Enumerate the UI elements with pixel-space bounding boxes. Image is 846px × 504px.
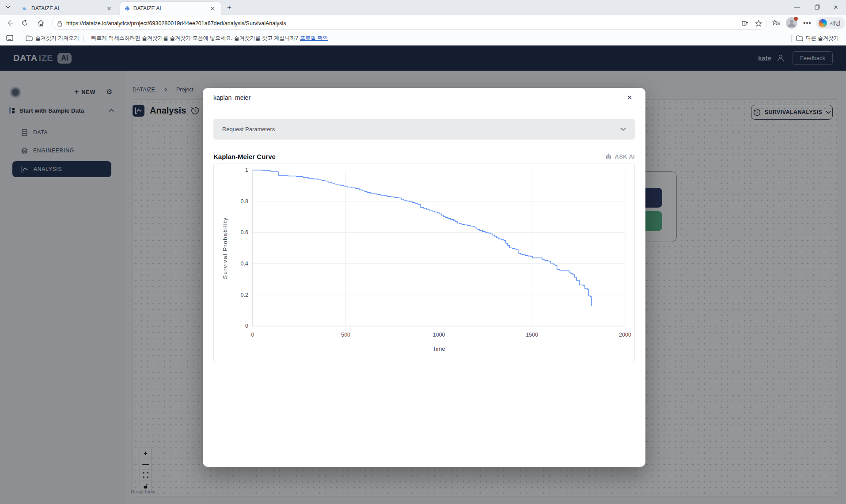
profile-badge <box>794 17 798 21</box>
x-tick-label: 2000 <box>619 332 631 338</box>
survival-curve <box>253 170 592 306</box>
browser-toolbar: https://dataize.io/analytics/project/693… <box>0 15 846 31</box>
browser-profile-avatar[interactable] <box>786 17 797 29</box>
y-tick-label: 0.4 <box>241 261 248 267</box>
favorite-star-icon[interactable] <box>755 20 762 27</box>
folder-add-icon <box>26 35 33 42</box>
ask-ai-button[interactable]: ASK AI <box>605 153 635 160</box>
kaplan-meier-modal: kaplan_meier ✕ Request Parameters Kaplan… <box>203 88 645 467</box>
x-tick-label: 0 <box>251 332 254 338</box>
kaplan-meier-chart-card: 050010001500200000.20.40.60.81TimeSurviv… <box>213 163 635 362</box>
browser-tab-2-active[interactable]: ❋ DATAIZE AI ✕ <box>120 2 221 15</box>
tab-search-button[interactable] <box>4 4 11 11</box>
window-minimize-button[interactable]: — <box>787 0 807 14</box>
home-icon <box>37 19 45 27</box>
star-list-icon <box>772 19 780 27</box>
browser-tab-1[interactable]: DATAIZE AI ✕ <box>17 2 118 15</box>
y-tick-label: 1 <box>245 167 248 173</box>
modal-close-icon[interactable]: ✕ <box>624 92 635 103</box>
address-bar[interactable]: https://dataize.io/analytics/project/693… <box>52 17 767 30</box>
chevron-down-icon <box>4 4 11 11</box>
window-restore-button[interactable] <box>807 0 827 14</box>
url-text: https://dataize.io/analytics/project/693… <box>66 20 742 27</box>
y-tick-label: 0.6 <box>241 229 248 235</box>
tab-title: DATAIZE AI <box>31 5 105 11</box>
ask-ai-label: ASK AI <box>615 153 635 160</box>
tab-title: DATAIZE AI <box>133 5 209 11</box>
chevron-down-icon <box>620 127 626 131</box>
dataize-flower-favicon: ❋ <box>125 5 130 11</box>
restore-icon <box>815 4 820 10</box>
folder-icon <box>796 35 803 42</box>
km-chart-svg: 050010001500200000.20.40.60.81TimeSurviv… <box>214 163 634 362</box>
x-tick-label: 1000 <box>433 332 445 338</box>
back-button[interactable] <box>4 17 16 29</box>
modal-title: kaplan_meier <box>213 94 250 101</box>
divider <box>791 35 792 42</box>
favorites-bar-button[interactable] <box>770 17 782 29</box>
chart-title: Kaplan-Meier Curve <box>213 153 276 160</box>
tab-close-icon[interactable]: ✕ <box>105 4 113 12</box>
collections-icon <box>6 35 13 42</box>
bookmarks-bar: 즐겨찾기 가져오기 빠르게 액세스하려면 즐겨찾기를 즐겨찾기 모음에 넣으세요… <box>0 31 846 45</box>
dataize-bird-favicon <box>21 5 28 12</box>
copilot-label: 채팅 <box>830 19 841 27</box>
x-tick-label: 1500 <box>526 332 538 338</box>
x-axis-title: Time <box>432 345 445 352</box>
collections-button[interactable] <box>6 35 13 42</box>
split-screen-icon[interactable] <box>742 20 749 27</box>
other-favorites-button[interactable]: 다른 즐겨찾기 <box>796 34 839 42</box>
copilot-icon <box>819 19 827 27</box>
new-tab-button[interactable]: + <box>227 3 231 12</box>
other-favorites-label: 다른 즐겨찾기 <box>806 34 839 42</box>
import-favorites-button[interactable]: 즐겨찾기 가져오기 <box>26 34 79 42</box>
browser-menu-button[interactable]: ••• <box>803 19 812 27</box>
import-favorites-label: 즐겨찾기 가져오기 <box>35 34 79 42</box>
profile-check-link[interactable]: 프로필 확인 <box>300 34 328 42</box>
home-button[interactable] <box>34 17 47 29</box>
screen: DATAIZE AI ✕ ❋ DATAIZE AI ✕ + — ✕ https:… <box>0 0 846 504</box>
browser-tabstrip: DATAIZE AI ✕ ❋ DATAIZE AI ✕ + — ✕ <box>0 0 846 15</box>
y-axis-title: Survival Probability <box>222 217 228 279</box>
robot-icon <box>605 153 612 160</box>
refresh-icon <box>21 19 28 27</box>
y-tick-label: 0.2 <box>241 292 248 298</box>
window-close-button[interactable]: ✕ <box>826 0 846 14</box>
modal-titlebar: kaplan_meier ✕ <box>203 88 645 107</box>
x-tick-label: 500 <box>341 332 350 338</box>
lock-icon <box>57 20 63 27</box>
request-parameters-accordion[interactable]: Request Parameters <box>213 119 635 140</box>
y-tick-label: 0.8 <box>241 198 248 205</box>
chart-header: Kaplan-Meier Curve ASK AI <box>213 151 635 162</box>
back-arrow-icon <box>6 19 14 27</box>
copilot-chat-button[interactable]: 채팅 <box>816 17 845 29</box>
y-tick-label: 0 <box>245 323 248 329</box>
refresh-button[interactable] <box>19 17 31 29</box>
request-parameters-label: Request Parameters <box>222 126 275 133</box>
tab-close-icon[interactable]: ✕ <box>209 4 216 12</box>
favorites-hint-text: 빠르게 액세스하려면 즐겨찾기를 즐겨찾기 모음에 넣으세요. 즐겨찾기를 찾고… <box>91 34 298 42</box>
divider <box>83 35 84 42</box>
